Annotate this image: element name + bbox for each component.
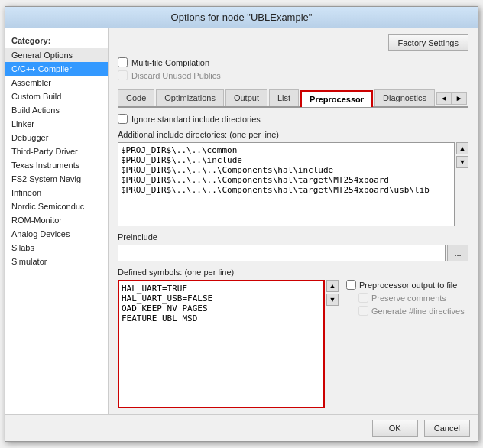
sidebar-item-fs2[interactable]: FS2 System Navig: [5, 172, 108, 186]
tab-prev-btn[interactable]: ◄: [436, 92, 452, 105]
ignore-row: Ignore standard include directories: [118, 114, 468, 124]
content-area: Ignore standard include directories Addi…: [118, 114, 468, 408]
pp-output-row: Preprocessor output to file: [346, 280, 468, 290]
multifile-label: Multi-file Compilation: [131, 58, 209, 67]
include-scrollbar: ▲ ▼: [456, 142, 468, 226]
tab-diagnostics[interactable]: Diagnostics: [374, 89, 435, 106]
factory-settings-button[interactable]: Factory Settings: [388, 34, 468, 51]
ignore-checkbox[interactable]: [118, 114, 128, 124]
include-dirs-label: Additional include directories: (one per…: [118, 130, 468, 139]
tab-next-btn[interactable]: ►: [452, 92, 467, 105]
defined-symbols-textarea[interactable]: HAL_UART=TRUE HAL_UART_USB=FALSE OAD_KEE…: [118, 280, 325, 408]
sidebar-item-third-party[interactable]: Third-Party Driver: [5, 144, 108, 158]
defined-scrollbar: ▲ ▼: [326, 280, 339, 408]
sidebar-item-cpp-compiler[interactable]: C/C++ Compiler: [5, 62, 108, 76]
include-dirs-section: $PROJ_DIR$\..\..\common $PROJ_DIR$\..\..…: [118, 142, 468, 226]
multifile-section: Multi-file Compilation Discard Unused Pu…: [118, 57, 468, 83]
ok-button[interactable]: OK: [372, 420, 418, 437]
scroll-up-btn[interactable]: ▲: [456, 142, 468, 154]
pp-preserve-label: Preserve comments: [371, 294, 446, 303]
sidebar-item-analog-devices[interactable]: Analog Devices: [5, 227, 108, 241]
sidebar: Category: General Options C/C++ Compiler…: [5, 28, 109, 414]
pp-generate-row: Generate #line directives: [346, 306, 468, 316]
sidebar-item-rom-monitor[interactable]: ROM-Monitor: [5, 213, 108, 227]
tab-code[interactable]: Code: [118, 89, 154, 106]
tab-preprocessor[interactable]: Preprocessor: [300, 90, 373, 107]
pp-generate-label: Generate #line directives: [371, 307, 465, 316]
scroll-down-btn[interactable]: ▼: [456, 156, 468, 168]
preinclude-row: ...: [118, 245, 468, 261]
sidebar-item-build-actions[interactable]: Build Actions: [5, 103, 108, 117]
defined-symbols-wrapper: HAL_UART=TRUE HAL_UART_USB=FALSE OAD_KEE…: [118, 280, 339, 408]
sidebar-item-custom-build[interactable]: Custom Build: [5, 89, 108, 103]
discard-row: Discard Unused Publics: [118, 70, 468, 80]
ignore-label: Ignore standard include directories: [131, 115, 261, 124]
discard-checkbox[interactable]: [118, 70, 128, 80]
multifile-row: Multi-file Compilation: [118, 57, 468, 67]
preinclude-label: Preinclude: [118, 232, 468, 242]
pp-output-checkbox[interactable]: [346, 280, 356, 290]
sidebar-item-general-options[interactable]: General Options: [5, 48, 108, 62]
defined-row: HAL_UART=TRUE HAL_UART_USB=FALSE OAD_KEE…: [118, 280, 468, 408]
cancel-button[interactable]: Cancel: [424, 420, 470, 437]
defined-scroll-up-btn[interactable]: ▲: [326, 280, 339, 292]
multifile-checkbox[interactable]: [118, 57, 128, 67]
sidebar-item-texas[interactable]: Texas Instruments: [5, 158, 108, 172]
browse-button[interactable]: ...: [447, 245, 468, 261]
preinclude-input[interactable]: [118, 245, 446, 261]
defined-section: Defined symbols: (one per line) HAL_UART…: [118, 268, 468, 408]
dialog-title: Options for node "UBLExample": [171, 11, 313, 23]
pp-output-label: Preprocessor output to file: [359, 281, 457, 290]
sidebar-item-debugger[interactable]: Debugger: [5, 131, 108, 144]
preinclude-section: Preinclude ...: [118, 232, 468, 261]
defined-symbols-label: Defined symbols: (one per line): [118, 268, 468, 277]
main-panel: Factory Settings Multi-file Compilation …: [109, 28, 478, 414]
sidebar-item-silabs[interactable]: Silabs: [5, 241, 108, 255]
tabs: Code Optimizations Output List Preproces…: [118, 89, 468, 108]
include-dirs-textarea[interactable]: $PROJ_DIR$\..\..\common $PROJ_DIR$\..\..…: [118, 142, 455, 226]
tab-optimizations[interactable]: Optimizations: [156, 89, 224, 106]
dialog: Options for node "UBLExample" Category: …: [5, 6, 478, 442]
pp-preserve-checkbox[interactable]: [358, 293, 368, 303]
pp-preserve-row: Preserve comments: [346, 293, 468, 303]
sidebar-item-simulator[interactable]: Simulator: [5, 255, 108, 268]
preprocessor-options: Preprocessor output to file Preserve com…: [346, 280, 468, 408]
tab-list[interactable]: List: [269, 89, 299, 106]
title-bar: Options for node "UBLExample": [5, 7, 478, 28]
sidebar-item-linker[interactable]: Linker: [5, 117, 108, 131]
pp-generate-checkbox[interactable]: [358, 306, 368, 316]
sidebar-item-nordic[interactable]: Nordic Semiconduc: [5, 200, 108, 213]
category-label: Category:: [5, 33, 108, 48]
defined-scroll-down-btn[interactable]: ▼: [326, 294, 339, 306]
dialog-body: Category: General Options C/C++ Compiler…: [5, 28, 478, 414]
factory-btn-row: Factory Settings: [118, 34, 468, 51]
tab-output[interactable]: Output: [225, 89, 267, 106]
dialog-footer: OK Cancel: [5, 414, 478, 441]
discard-label: Discard Unused Publics: [131, 71, 221, 80]
sidebar-item-assembler[interactable]: Assembler: [5, 76, 108, 89]
sidebar-item-infineon[interactable]: Infineon: [5, 186, 108, 200]
